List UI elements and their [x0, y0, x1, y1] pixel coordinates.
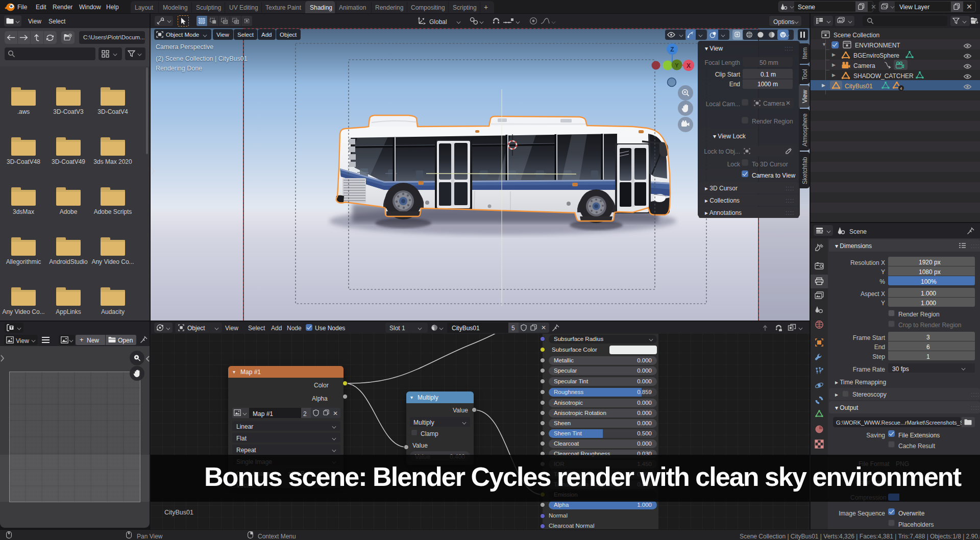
svg-text:Z: Z [670, 46, 674, 53]
svg-text:X: X [687, 62, 691, 69]
svg-text:Y: Y [675, 62, 679, 68]
